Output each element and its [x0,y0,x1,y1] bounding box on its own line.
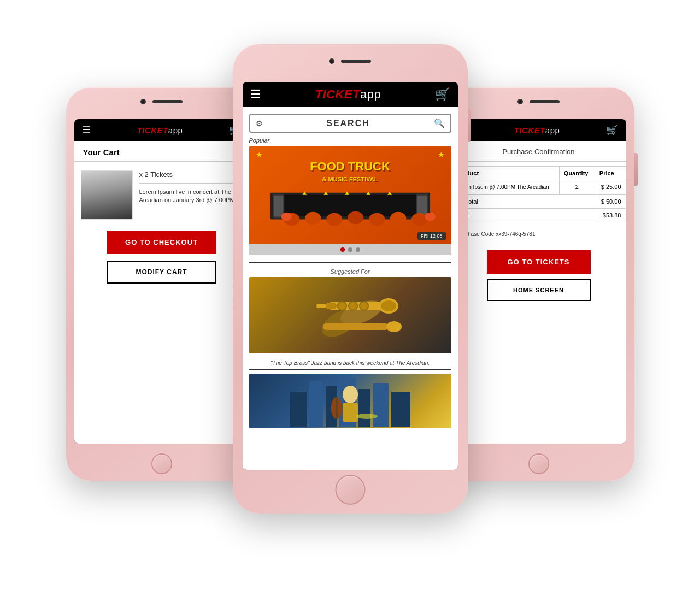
svg-rect-37 [373,384,389,427]
right-app-header: ☰ TICKETapp 🛒 [451,119,626,141]
svg-point-24 [338,302,346,310]
left-phone-screen: ☰ TICKETapp 🛒 Your Cart [74,119,249,444]
left-phone-top [129,96,195,107]
purchase-code: Purchase Code xx39-746g-5781 [451,227,626,244]
ticket-quantity: x 2 Tickets [139,170,243,179]
search-text: SEARCH [267,119,430,128]
go-to-tickets-button[interactable]: GO TO TICKETS [487,250,591,274]
dot-1[interactable] [340,247,345,252]
svg-point-43 [356,414,378,419]
svg-rect-33 [309,381,323,427]
svg-point-18 [281,213,291,221]
svg-rect-40 [343,403,358,422]
center-hamburger-icon[interactable]: ☰ [250,87,261,102]
center-logo-ticket: TICKET [315,87,360,101]
subtotal-row: Subtotal $ 50.00 [451,195,626,209]
right-header-logo: TICKETapp [514,126,560,135]
third-event-image[interactable] [249,374,451,428]
svg-rect-23 [326,303,337,309]
svg-point-13 [326,213,342,226]
svg-point-39 [343,386,358,403]
left-logo-ticket: TICKET [137,126,168,135]
speaker-bar [152,100,183,103]
table-row: Lorem Ipsum @ 7:00PM The Arcadian 2 $ 25… [451,180,626,195]
right-home-button[interactable] [528,453,549,474]
total-value: $53.88 [595,209,626,222]
left-phone: ☰ TICKETapp 🛒 Your Cart [66,87,257,481]
filter-icon[interactable]: ⚙ [256,119,263,128]
center-phone: ☰ TICKETapp 🛒 ⚙ SEARCH 🔍 Popular [233,44,468,514]
cart-screen: ☰ TICKETapp 🛒 Your Cart [74,119,249,444]
confirmation-screen: ☰ TICKETapp 🛒 Purchase Confirmation Prod… [451,119,626,444]
right-logo-app: app [545,126,560,135]
left-home-button[interactable] [151,453,172,474]
search-icon[interactable]: 🔍 [434,118,445,128]
featured-event-inner: ★ ★ FOOD TRUCK & MUSIC FESTIVAL [249,146,451,244]
center-app-header: ☰ TICKETapp 🛒 [243,82,458,107]
cart-item-image [81,170,133,220]
confirmation-title: Purchase Confirmation [451,141,626,162]
brass-band-visual [249,277,451,353]
search-bar[interactable]: ⚙ SEARCH 🔍 [249,114,451,133]
col-price: Price [595,167,626,180]
featured-event-banner[interactable]: ★ ★ FOOD TRUCK & MUSIC FESTIVAL [249,146,451,255]
home-screen: ☰ TICKETapp 🛒 ⚙ SEARCH 🔍 Popular [243,82,458,470]
home-content: ⚙ SEARCH 🔍 Popular ★ ★ [243,107,458,470]
svg-point-25 [349,302,357,310]
modify-cart-button[interactable]: MODIFY CART [107,261,216,284]
scene: ☰ TICKETapp 🛒 Your Cart [50,27,651,563]
left-app-header: ☰ TICKETapp 🛒 [74,119,249,141]
subtotal-value: $ 50.00 [595,195,626,209]
brass-band-image[interactable] [249,277,451,353]
center-phone-screen: ☰ TICKETapp 🛒 ⚙ SEARCH 🔍 Popular [243,82,458,470]
divider-1 [249,262,451,263]
left-hamburger-icon[interactable]: ☰ [82,124,91,136]
center-phone-top [317,56,383,67]
cart-content: Your Cart x 2 Tickets Lorem Ipsum live i… [74,141,249,444]
right-phone-screen: ☰ TICKETapp 🛒 Purchase Confirmation Prod… [451,119,626,444]
brass-caption: "The Top Brass" Jazz band is back this w… [243,358,458,369]
svg-rect-32 [290,392,307,427]
right-cart-icon[interactable]: 🛒 [606,124,618,136]
dot-2[interactable] [348,247,352,252]
center-cart-icon[interactable]: 🛒 [435,87,450,102]
cart-title: Your Cart [74,141,249,162]
center-home-button[interactable] [335,475,365,505]
svg-rect-38 [391,392,410,427]
svg-point-26 [360,302,368,310]
svg-point-15 [369,213,385,226]
svg-point-17 [411,213,427,226]
home-screen-button[interactable]: HOME SCREEN [487,279,591,301]
order-table: Product Quantity Price Lorem Ipsum @ 7:0… [451,166,626,222]
svg-rect-29 [316,304,326,308]
svg-rect-36 [358,389,370,427]
center-logo-app: app [360,87,381,101]
event-date: FRI 12 08 [417,232,446,240]
divider-2 [249,369,451,370]
event-title-line2: & MUSIC FESTIVAL [322,176,378,182]
col-product: Product [451,167,559,180]
right-logo-ticket: TICKET [514,126,545,135]
total-row: Total $53.88 [451,209,626,222]
checkout-button[interactable]: GO TO CHECKOUT [107,231,216,254]
center-header-logo: TICKETapp [315,87,381,102]
street-performers-image [81,171,132,219]
center-camera-dot [329,58,334,64]
cart-item: x 2 Tickets Lorem Ipsum live in concert … [81,170,243,220]
svg-point-19 [425,213,435,221]
product-cell: Lorem Ipsum @ 7:00PM The Arcadian [451,180,559,195]
svg-rect-4 [273,196,283,217]
svg-rect-30 [323,323,389,330]
subtotal-label: Subtotal [451,195,595,209]
event-title-line1: FOOD TRUCK [304,160,396,174]
popular-label: Popular [243,137,458,146]
right-phone: ☰ TICKETapp 🛒 Purchase Confirmation Prod… [443,87,634,481]
svg-point-14 [348,211,363,224]
cart-item-details: x 2 Tickets Lorem Ipsum live in concert … [139,170,243,205]
camera-dot [140,99,146,104]
confirmation-content: Purchase Confirmation Product Quantity P… [451,141,626,444]
truck-illustration [249,187,451,231]
dot-3[interactable] [356,247,360,252]
total-label: Total [451,209,595,222]
col-quantity: Quantity [559,167,595,180]
